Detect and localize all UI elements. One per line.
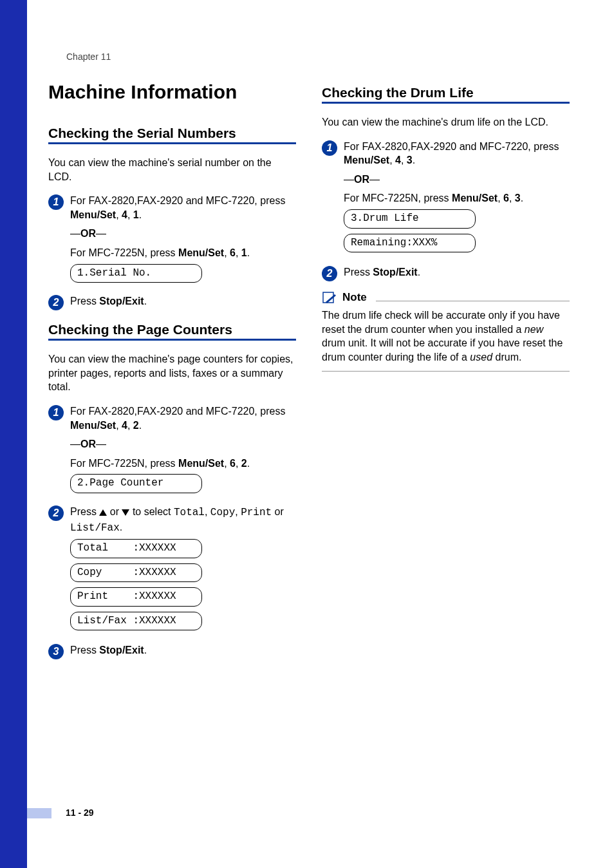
serial-step-2-content: Press Stop/Exit.	[70, 294, 296, 308]
option-copy: Copy	[210, 507, 235, 518]
text: .	[120, 522, 122, 533]
option-print: Print	[241, 507, 272, 518]
text: Press	[70, 506, 99, 517]
key-4: 4	[122, 420, 127, 431]
page-title: Machine Information	[48, 81, 296, 103]
key-4: 4	[122, 209, 127, 220]
lcd-total: Total :XXXXXX	[70, 539, 202, 558]
note-rule	[376, 301, 570, 301]
intro-drum: You can view the machine's drum life on …	[322, 115, 570, 129]
text: ,	[401, 155, 407, 165]
down-arrow-icon	[122, 509, 129, 516]
menu-set-label: Menu/Set	[178, 458, 224, 469]
option-total: Total	[174, 507, 205, 518]
key-6: 6	[503, 193, 509, 203]
text: ,	[127, 209, 133, 220]
text: to select	[129, 506, 173, 517]
step-badge-1: 1	[48, 194, 64, 210]
key-6: 6	[230, 458, 236, 469]
counter-step-2: 2 Press or to select Total, Copy, Print …	[48, 505, 296, 636]
text: ,	[116, 420, 122, 431]
text: .	[139, 420, 142, 431]
lcd-drum-life: 3.Drum Life	[344, 209, 476, 229]
key-4: 4	[395, 155, 401, 165]
page-number: 11 - 29	[66, 807, 94, 818]
serial-step-1: 1 For FAX-2820,FAX-2920 and MFC-7220, pr…	[48, 194, 296, 287]
or-label: OR	[80, 439, 96, 449]
note-title: Note	[342, 291, 367, 304]
option-listfax: List/Fax	[70, 522, 120, 534]
heading-underline	[48, 339, 296, 341]
counter-step-1: 1 For FAX-2820,FAX-2920 and MFC-7220, pr…	[48, 404, 296, 497]
menu-set-label: Menu/Set	[344, 155, 389, 165]
step-badge-2: 2	[322, 266, 337, 281]
text: ,	[127, 420, 133, 431]
lcd-listfax: List/Fax :XXXXXX	[70, 612, 202, 631]
heading-serial-numbers: Checking the Serial Numbers	[48, 126, 296, 141]
text: ,	[498, 193, 503, 203]
text: ,	[509, 193, 515, 203]
lcd-display-serial: 1.Serial No.	[70, 264, 202, 283]
key-1: 1	[133, 209, 139, 220]
drum-step-1-content: For FAX-2820,FAX-2920 and MFC-7220, pres…	[344, 140, 570, 258]
key-3: 3	[515, 193, 521, 203]
stop-exit-label: Stop/Exit	[99, 645, 144, 656]
step-badge-2: 2	[48, 505, 64, 521]
lcd-print: Print :XXXXXX	[70, 587, 202, 607]
step-badge-3: 3	[48, 644, 64, 659]
intro-page-counters: You can view the machine's page counters…	[48, 352, 296, 394]
intro-serial: You can view the machine's serial number…	[48, 156, 296, 184]
key-2: 2	[133, 420, 139, 431]
text: or	[107, 506, 122, 517]
serial-step-2: 2 Press Stop/Exit.	[48, 294, 296, 310]
left-column: Machine Information Checking the Serial …	[48, 81, 296, 667]
text: .	[418, 267, 420, 278]
text: For MFC-7225N, press	[344, 193, 452, 203]
drum-step-2-content: Press Stop/Exit.	[344, 265, 570, 279]
text: Press	[70, 296, 99, 307]
drum-step-1: 1 For FAX-2820,FAX-2920 and MFC-7220, pr…	[322, 140, 570, 258]
menu-set-label: Menu/Set	[178, 247, 224, 258]
counter-step-3-content: Press Stop/Exit.	[70, 643, 296, 657]
or-label: OR	[80, 228, 96, 239]
key-6: 6	[230, 247, 236, 258]
heading-underline	[48, 142, 296, 144]
text: For FAX-2820,FAX-2920 and MFC-7220, pres…	[344, 141, 559, 152]
heading-page-counters: Checking the Page Counters	[48, 322, 296, 337]
page-corner-accent	[27, 808, 51, 818]
text: drum.	[492, 352, 521, 363]
text: ,	[116, 209, 122, 220]
text: For FAX-2820,FAX-2920 and MFC-7220, pres…	[70, 195, 285, 206]
menu-set-label: Menu/Set	[70, 420, 116, 431]
stop-exit-label: Stop/Exit	[99, 296, 144, 307]
heading-underline	[322, 102, 570, 104]
lcd-copy: Copy :XXXXXX	[70, 563, 202, 583]
text: .	[247, 247, 250, 258]
menu-set-label: Menu/Set	[70, 209, 116, 220]
text: ,	[236, 458, 241, 469]
text: .	[247, 458, 250, 469]
text: ,	[235, 506, 241, 517]
text: .	[144, 296, 147, 307]
counter-step-3: 3 Press Stop/Exit.	[48, 643, 296, 659]
note-close-rule	[322, 371, 570, 372]
drum-step-2: 2 Press Stop/Exit.	[322, 265, 570, 281]
text: .	[139, 209, 142, 220]
text: ,	[224, 458, 230, 469]
text: .	[521, 193, 523, 203]
text: ,	[389, 155, 395, 165]
stop-exit-label: Stop/Exit	[373, 267, 417, 278]
note-new-italic: new	[525, 324, 543, 335]
text: or	[272, 506, 284, 517]
menu-set-label: Menu/Set	[452, 193, 498, 203]
step-badge-1: 1	[48, 405, 64, 420]
left-blue-bar	[0, 0, 27, 868]
note-used-italic: used	[470, 352, 492, 363]
key-2: 2	[241, 458, 247, 469]
note-icon	[322, 290, 339, 305]
text: Press	[70, 645, 99, 656]
text: ,	[236, 247, 241, 258]
text: ,	[224, 247, 230, 258]
right-column: Checking the Drum Life You can view the …	[322, 81, 570, 667]
text: Press	[344, 267, 373, 278]
